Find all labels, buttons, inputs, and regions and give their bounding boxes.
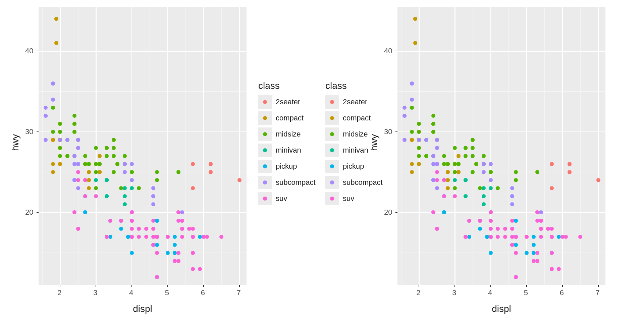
data-point [209, 162, 213, 166]
data-point [123, 162, 127, 166]
data-point [424, 138, 428, 142]
data-point [457, 170, 461, 174]
data-point [205, 235, 209, 239]
data-point [51, 106, 55, 110]
data-point [130, 227, 134, 231]
data-point [83, 162, 87, 166]
data-point [98, 154, 102, 158]
data-point [130, 170, 134, 174]
data-point [72, 114, 76, 118]
grid-minor-v [150, 7, 150, 285]
data-point [478, 227, 482, 231]
data-point [413, 41, 417, 45]
data-point [503, 235, 507, 239]
legend-key [258, 176, 272, 189]
y-tick-mark [37, 131, 39, 132]
data-point [51, 170, 55, 174]
legend-key [325, 95, 339, 109]
legend-key [258, 192, 272, 205]
data-point [442, 194, 446, 198]
data-point [435, 138, 439, 142]
data-point [98, 162, 102, 166]
data-point [482, 170, 486, 174]
data-point [514, 275, 518, 279]
data-point [144, 227, 148, 231]
x-tick-label: 5 [524, 288, 528, 297]
data-point [424, 154, 428, 158]
data-point [467, 235, 471, 239]
grid-minor-h [397, 172, 605, 173]
legend-dot-icon [330, 197, 334, 201]
data-point [489, 251, 493, 255]
data-point [489, 186, 493, 190]
data-point [83, 178, 87, 182]
data-point [137, 235, 141, 239]
data-point [453, 194, 457, 198]
data-point [535, 210, 539, 214]
data-point [514, 243, 518, 247]
data-point [72, 210, 76, 214]
data-point [72, 122, 76, 126]
grid-major-h [397, 131, 605, 132]
data-point [550, 251, 554, 255]
data-point [173, 243, 177, 247]
data-point [413, 17, 417, 21]
data-point [144, 235, 148, 239]
data-point [209, 170, 213, 174]
y-tick-mark [37, 51, 39, 51]
data-point [123, 202, 127, 206]
data-point [453, 178, 457, 182]
data-point [457, 162, 461, 166]
legend-1: class2seatercompactmidsizeminivanpickups… [325, 80, 392, 221]
data-point [151, 219, 155, 223]
data-point [402, 106, 407, 110]
legend-key [258, 160, 272, 173]
data-point [464, 178, 468, 182]
grid-major-v [203, 7, 204, 285]
data-point [191, 227, 195, 231]
x-tick-label: 7 [237, 288, 241, 297]
data-point [539, 219, 543, 223]
data-point [489, 219, 493, 223]
data-point [94, 194, 98, 198]
grid-major-v [490, 7, 491, 285]
data-point [191, 186, 195, 190]
data-point [166, 251, 170, 255]
data-point [130, 251, 134, 255]
data-point [532, 235, 536, 239]
data-point [105, 178, 109, 182]
data-point [525, 235, 529, 239]
data-point [557, 267, 561, 271]
legend-key [325, 192, 339, 205]
data-point [137, 227, 141, 231]
data-point [489, 235, 493, 239]
data-point [539, 227, 543, 231]
x-tick-label: 3 [452, 288, 456, 297]
legend-dot-icon [330, 116, 334, 120]
data-point [532, 259, 536, 263]
data-point [453, 146, 457, 150]
data-point [180, 227, 184, 231]
data-point [83, 210, 87, 214]
data-point [510, 202, 514, 206]
data-point [539, 235, 543, 239]
data-point [237, 178, 241, 182]
plot-area-0 [39, 7, 247, 285]
data-point [550, 235, 554, 239]
data-point [191, 267, 195, 271]
data-point [123, 154, 127, 158]
data-point [431, 154, 435, 158]
data-point [105, 235, 109, 239]
legend-item-pickup: pickup [258, 160, 325, 173]
x-tick-mark [60, 285, 60, 287]
data-point [471, 170, 475, 174]
data-point [402, 114, 407, 118]
plot-area-1 [397, 7, 605, 285]
grid-major-v [131, 7, 132, 285]
data-point [453, 170, 457, 174]
x-tick-label: 6 [201, 288, 205, 297]
grid-minor-v [221, 7, 222, 285]
data-point [87, 170, 91, 174]
data-point [108, 219, 112, 223]
data-point [83, 154, 87, 158]
